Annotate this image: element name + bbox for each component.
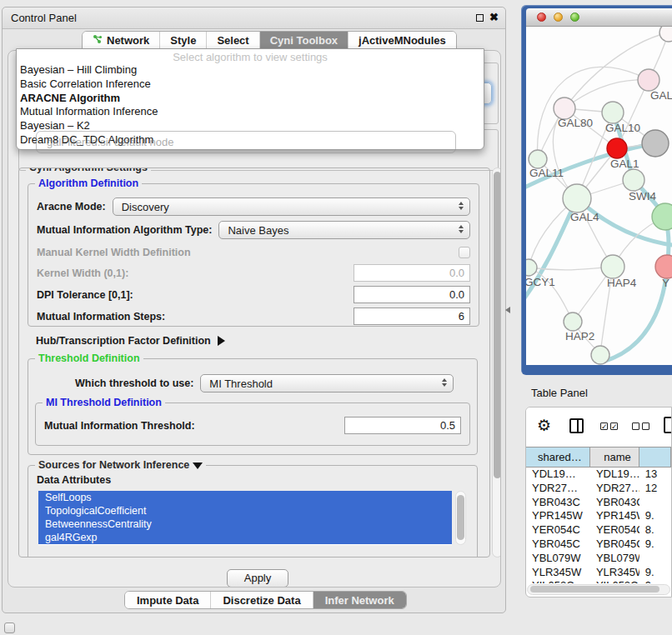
network-node-gal10[interactable] (602, 102, 624, 123)
network-window-titlebar[interactable] (526, 8, 672, 27)
which-threshold-value: MI Threshold (209, 378, 273, 390)
mi-steps-input[interactable]: 6 (354, 308, 470, 325)
dpi-tolerance-label: DPI Tolerance [0,1]: (37, 289, 133, 301)
expanded-arrow-icon (193, 462, 203, 469)
network-node-gal[interactable] (638, 69, 659, 91)
table-cell: YLR345W (590, 566, 639, 580)
table-toolbar: ⚙ ✓ ✓ (526, 408, 671, 447)
node-label: GAL1 (610, 158, 639, 170)
close-traffic-light-icon[interactable] (537, 12, 546, 22)
aracne-mode-value: Discovery (122, 201, 169, 213)
minimized-panel-icon[interactable] (4, 622, 15, 633)
network-canvas[interactable]: GALGAL80GAL10GAL1GAL11SWI4GAL4GCY1HAP4YH… (526, 27, 672, 365)
columns-icon[interactable] (569, 418, 584, 433)
node-label: GAL4 (570, 211, 599, 223)
network-node-gcy1[interactable] (526, 259, 537, 276)
network-node[interactable] (659, 27, 672, 42)
export-table-icon[interactable] (664, 417, 672, 433)
table-row[interactable]: YDR27…YDR27…12 (526, 482, 671, 496)
tab-network[interactable]: Network (83, 32, 160, 49)
algorithm-option[interactable]: Bayesian – K2 (17, 119, 484, 133)
network-node[interactable] (652, 203, 672, 230)
manual-kernel-checkbox[interactable] (459, 247, 470, 258)
algorithm-option[interactable]: Basic Correlation Inference (17, 78, 484, 92)
mi-threshold-input[interactable]: 0.5 (344, 417, 461, 434)
settings-vertical-scrollbar[interactable] (492, 168, 501, 558)
network-node[interactable] (642, 130, 669, 157)
table-cell: 9. (639, 566, 671, 580)
algorithm-option[interactable]: Mutual Information Inference (17, 105, 484, 119)
hub-definition-toggle[interactable]: Hub/Transcription Factor Definition (36, 335, 225, 347)
gear-icon[interactable]: ⚙ (537, 418, 551, 434)
tab-label: Style (170, 34, 196, 47)
tab-discretize-data[interactable]: Discretize Data (211, 592, 313, 608)
close-icon[interactable]: ✖ (489, 12, 499, 22)
data-attributes-list[interactable]: SelfLoopsTopologicalCoefficientBetweenne… (38, 491, 452, 545)
table-row[interactable]: YER054CYER054C8. (526, 523, 671, 538)
algorithm-definition-group: Algorithm Definition Aracne Mode: Discov… (28, 183, 479, 327)
algorithm-option[interactable]: Dream8 DC_TDC Algorithm (17, 133, 484, 148)
network-icon (93, 34, 103, 47)
mi-type-combobox[interactable]: Naive Bayes (218, 221, 470, 239)
network-node-swi4[interactable] (623, 169, 644, 191)
table-cell: YDL19… (590, 468, 639, 482)
table-row[interactable]: YDL19…YDL19…13 (526, 468, 671, 482)
network-node[interactable] (591, 346, 609, 364)
table-row[interactable]: YBR043CYBR043C (526, 496, 671, 510)
dpi-tolerance-input[interactable]: 0.0 (354, 286, 470, 303)
apply-button[interactable]: Apply (227, 569, 288, 588)
table-panel: ⚙ ✓ ✓ shared…name YDL19…YDL19…13YDR27…YD… (525, 407, 672, 598)
split-collapse-icon[interactable] (505, 307, 510, 313)
table-row[interactable]: YPR145WYPR145W9. (526, 509, 671, 523)
attribute-item[interactable]: TopologicalCoefficient (38, 504, 452, 518)
table-cell: 9. (639, 538, 671, 552)
attributes-scrollbar[interactable] (455, 491, 466, 545)
node-label: GAL (650, 89, 672, 102)
column-header[interactable]: shared… (526, 448, 590, 467)
table-cell: YBL079W (526, 552, 590, 566)
minimize-traffic-light-icon[interactable] (554, 12, 563, 22)
table-row[interactable]: YBL079WYBL079W (526, 552, 671, 566)
table-cell: 9 (639, 579, 671, 583)
float-window-icon[interactable] (476, 14, 484, 22)
attribute-item[interactable]: SelfLoops (38, 491, 452, 504)
table-row[interactable]: YIL052CYIL052C9 (526, 579, 671, 583)
algorithm-option[interactable]: ARACNE Algorithm (17, 92, 484, 106)
network-node-y[interactable] (655, 255, 672, 278)
tab-style[interactable]: Style (160, 32, 207, 49)
column-header[interactable]: name (590, 448, 639, 467)
aracne-mode-combobox[interactable]: Discovery (113, 198, 470, 216)
table-row[interactable]: YLR345WYLR345W9. (526, 566, 671, 580)
network-node-gal11[interactable] (529, 150, 547, 168)
table-cell: YBR045C (590, 538, 639, 552)
node-label: HAP4 (607, 277, 637, 289)
deselect-all-columns-icon[interactable] (632, 422, 649, 430)
algorithm-option[interactable]: Bayesian – Hill Climbing (17, 63, 484, 78)
tab-impute-data[interactable]: Impute Data (125, 592, 211, 608)
network-node-gal4[interactable] (563, 184, 591, 212)
attribute-item[interactable]: BetweennessCentrality (38, 518, 452, 531)
zoom-traffic-light-icon[interactable] (570, 12, 579, 22)
node-label: GAL80 (558, 117, 593, 129)
kernel-width-input[interactable]: 0.0 (354, 264, 470, 282)
tab-jactivemnodules[interactable]: jActiveMNodules (349, 32, 456, 49)
attribute-item[interactable]: gal4RGexp (38, 531, 452, 544)
table-row[interactable]: YBR045CYBR045C9. (526, 538, 671, 552)
mi-type-value: Naive Bayes (228, 224, 288, 237)
select-all-columns-icon[interactable]: ✓ ✓ (600, 422, 618, 430)
data-attributes-label: Data Attributes (37, 474, 111, 486)
hub-definition-label: Hub/Transcription Factor Definition (36, 335, 211, 347)
tab-cyni-toolbox[interactable]: Cyni Toolbox (260, 32, 349, 49)
algorithm-popup-placeholder: Select algorithm to view settings (17, 49, 484, 63)
which-threshold-combobox[interactable]: MI Threshold (200, 374, 454, 392)
column-header[interactable] (639, 448, 671, 467)
network-node-hap2[interactable] (564, 312, 582, 331)
tab-infer-network[interactable]: Infer Network (313, 592, 406, 608)
network-node-gal1[interactable] (607, 138, 627, 158)
table-horizontal-scrollbar[interactable] (527, 584, 670, 595)
tab-select[interactable]: Select (207, 32, 259, 49)
table-cell: YIL052C (590, 579, 639, 583)
network-node-hap4[interactable] (601, 255, 624, 278)
sources-legend[interactable]: Sources for Network Inference (35, 459, 206, 471)
spinner-arrows-icon (459, 225, 464, 233)
